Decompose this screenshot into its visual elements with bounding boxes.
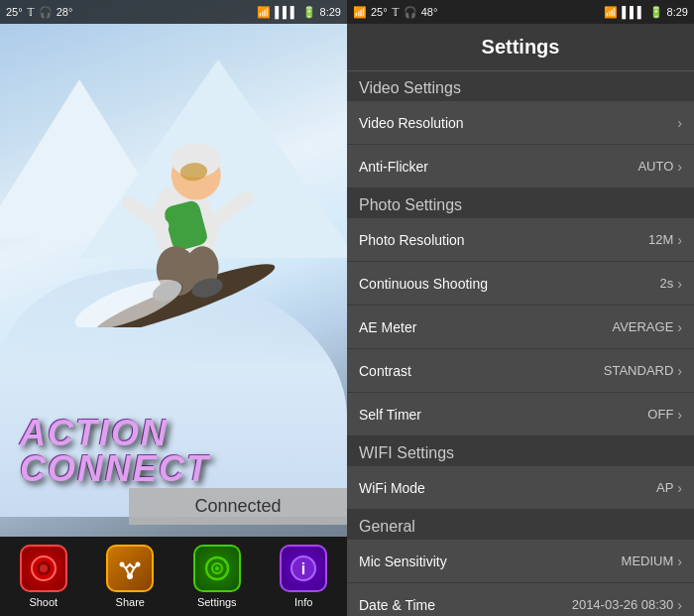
video-resolution-label: Video Resolution	[359, 115, 464, 131]
signal-r: ▌▌▌	[622, 6, 644, 18]
nav-settings[interactable]: Settings	[193, 545, 241, 608]
chevron-icon-9: ›	[677, 554, 682, 569]
status-sim-icon: 📶	[353, 6, 367, 19]
row-contrast[interactable]: Contrast STANDARD›	[347, 349, 694, 393]
chevron-icon-6: ›	[677, 363, 682, 379]
video-resolution-value: ›	[675, 115, 682, 131]
date-time-label: Date & Time	[359, 597, 435, 613]
snowboarder-figure	[59, 79, 288, 327]
chevron-icon-4: ›	[677, 276, 682, 292]
status-right-left-icons: 📶 25° 𝕋 🎧 48°	[353, 6, 437, 19]
row-date-time[interactable]: Date & Time 2014-03-26 08:30›	[347, 583, 694, 616]
chevron-icon-8: ›	[677, 480, 682, 496]
battery-icon: 🔋	[302, 6, 316, 19]
row-anti-flicker[interactable]: Anti-Flicker AUTO›	[347, 145, 694, 188]
time-right: 8:29	[667, 6, 688, 18]
row-video-resolution[interactable]: Video Resolution ›	[347, 101, 694, 145]
nav-shoot[interactable]: Shoot	[20, 545, 67, 608]
logo-connect: CONNECT	[20, 451, 210, 487]
info-label: Info	[294, 596, 312, 608]
status-temp2-right: 48°	[421, 6, 438, 18]
continuous-shooting-value: 2s›	[660, 276, 682, 292]
wifi-status-icon: 📶	[257, 6, 271, 19]
nav-info[interactable]: i Info	[280, 545, 327, 608]
svg-point-16	[127, 573, 133, 579]
photo-resolution-label: Photo Resolution	[359, 232, 465, 248]
wifi-mode-value: AP›	[656, 480, 682, 496]
share-label: Share	[116, 596, 145, 608]
wifi-status-r: 📶	[604, 6, 618, 19]
settings-header: Settings	[347, 24, 694, 71]
logo-overlay: ACTION CONNECT	[20, 416, 210, 487]
settings-scroll[interactable]: Video Settings Video Resolution › Anti-F…	[347, 71, 694, 616]
signal-icon: ▌▌▌	[275, 6, 297, 18]
status-temp-right: 25°	[371, 6, 388, 18]
status-icon-gg-r: 🎧	[404, 6, 417, 19]
status-temp2: 28°	[57, 6, 73, 18]
svg-text:i: i	[301, 560, 305, 577]
status-bar-left: 25° 𝕋 🎧 28° 📶 ▌▌▌ 🔋 8:29	[0, 0, 347, 24]
ae-meter-value: AVERAGE›	[612, 319, 682, 335]
settings-label: Settings	[197, 596, 237, 608]
chevron-icon-3: ›	[677, 232, 682, 248]
row-mic-sensitivity[interactable]: Mic Sensitivity MEDIUM›	[347, 540, 694, 583]
row-wifi-mode[interactable]: WiFi Mode AP›	[347, 466, 694, 510]
connected-text: Connected	[141, 496, 335, 517]
contrast-value: STANDARD›	[604, 363, 682, 379]
contrast-label: Contrast	[359, 363, 411, 379]
chevron-icon: ›	[677, 115, 682, 131]
chevron-icon-2: ›	[677, 159, 682, 175]
row-self-timer[interactable]: Self Timer OFF›	[347, 393, 694, 436]
nav-share[interactable]: Share	[106, 545, 154, 608]
section-wifi-settings: WIFI Settings	[347, 436, 694, 466]
status-left-icons: 25° 𝕋 🎧 28°	[6, 6, 72, 19]
status-bar-right: 📶 25° 𝕋 🎧 48° 📶 ▌▌▌ 🔋 8:29	[347, 0, 694, 24]
connected-banner: Connected	[129, 488, 347, 525]
continuous-shooting-label: Continuous Shooting	[359, 276, 488, 292]
svg-point-18	[136, 562, 141, 567]
row-photo-resolution[interactable]: Photo Resolution 12M›	[347, 218, 694, 262]
self-timer-value: OFF›	[647, 407, 682, 423]
bottom-nav: Shoot Share Sett	[0, 537, 347, 616]
logo-action: ACTION	[20, 416, 210, 451]
mic-sensitivity-value: MEDIUM›	[622, 554, 682, 569]
section-general: General	[347, 510, 694, 540]
status-temp1: 25°	[6, 6, 23, 18]
row-continuous-shooting[interactable]: Continuous Shooting 2s›	[347, 262, 694, 306]
anti-flicker-label: Anti-Flicker	[359, 159, 428, 175]
mic-sensitivity-label: Mic Sensitivity	[359, 554, 447, 569]
info-icon: i	[280, 545, 327, 592]
shoot-icon	[20, 545, 67, 592]
date-time-value: 2014-03-26 08:30›	[572, 597, 682, 613]
status-icon-ny-r: 𝕋	[392, 6, 400, 19]
settings-icon	[193, 545, 241, 592]
status-right-icons: 📶 ▌▌▌ 🔋 8:29	[257, 6, 341, 19]
shoot-label: Shoot	[29, 596, 58, 608]
status-icon-ny: 𝕋	[27, 6, 35, 19]
anti-flicker-value: AUTO›	[637, 159, 682, 175]
svg-line-6	[216, 197, 247, 220]
self-timer-label: Self Timer	[359, 407, 421, 423]
share-icon	[106, 545, 154, 592]
svg-point-15	[40, 564, 48, 572]
right-panel: 📶 25° 𝕋 🎧 48° 📶 ▌▌▌ 🔋 8:29 Settings Vide…	[347, 0, 694, 616]
photo-resolution-value: 12M›	[648, 232, 682, 248]
chevron-icon-7: ›	[677, 407, 682, 423]
section-photo-settings: Photo Settings	[347, 188, 694, 218]
section-video-settings: Video Settings	[347, 71, 694, 101]
battery-r: 🔋	[649, 6, 663, 19]
left-panel: 25° 𝕋 🎧 28° 📶 ▌▌▌ 🔋 8:29	[0, 0, 347, 616]
row-ae-meter[interactable]: AE Meter AVERAGE›	[347, 306, 694, 349]
ae-meter-label: AE Meter	[359, 319, 416, 335]
wifi-mode-label: WiFi Mode	[359, 480, 425, 496]
chevron-icon-5: ›	[677, 319, 682, 335]
chevron-icon-10: ›	[677, 597, 682, 613]
status-icon-gg: 🎧	[39, 6, 53, 19]
status-time-left: 8:29	[320, 6, 341, 18]
svg-point-21	[215, 566, 219, 570]
status-right-right-icons: 📶 ▌▌▌ 🔋 8:29	[604, 6, 688, 19]
settings-title: Settings	[482, 36, 560, 59]
svg-point-17	[120, 562, 125, 567]
